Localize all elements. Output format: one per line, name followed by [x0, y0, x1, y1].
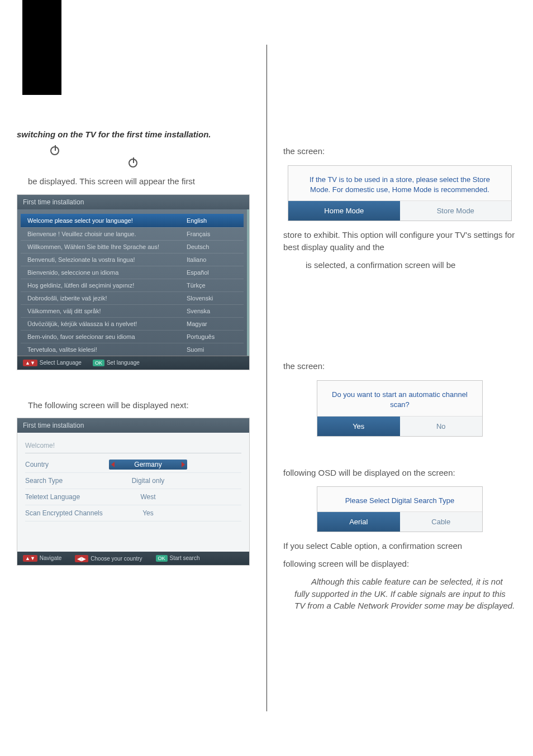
- mode-dialog-buttons: Home Mode Store Mode: [288, 200, 511, 221]
- language-prompt: Dobrodošli, izberite vaš jezik!: [27, 295, 187, 302]
- power-icon-row-1: [50, 146, 250, 157]
- footer-choose-country: ◀▶Choose your country: [75, 556, 142, 562]
- following-screen-line: The following screen will be displayed n…: [17, 399, 250, 412]
- power-icon-row-2: [129, 159, 250, 170]
- install-value: Yes: [109, 508, 187, 518]
- language-header-row[interactable]: Welcome please select your language! Eng…: [21, 214, 244, 227]
- language-name: Magyar: [187, 320, 237, 327]
- language-name: Português: [187, 333, 237, 340]
- install-panel-footer: ▲▼Navigate ◀▶Choose your country OKStart…: [17, 552, 249, 565]
- install-value: West: [109, 492, 187, 502]
- install-row-encrypted[interactable]: Scan Encrypted Channels Yes: [25, 505, 241, 521]
- yes-button[interactable]: Yes: [317, 417, 400, 436]
- install-panel-body: Welcome! Country Germany Search Type Dig…: [17, 433, 249, 552]
- updown-badge-icon: ▲▼: [23, 555, 37, 562]
- install-panel-title: First time installation: [17, 418, 249, 433]
- language-name: Español: [187, 269, 237, 276]
- language-prompt: Välkommen, välj ditt språk!: [27, 308, 187, 314]
- language-panel-footer: ▲▼Select Language OKSet language: [17, 356, 249, 370]
- confirmation-line: is selected, a confirmation screen will …: [283, 259, 516, 271]
- language-name: Svenska: [187, 308, 237, 314]
- language-name: Deutsch: [187, 243, 237, 250]
- language-name: Türkçe: [187, 282, 237, 289]
- install-value: Digital only: [109, 476, 187, 486]
- language-prompt: Willkommen, Wählen Sie bitte Ihre Sprach…: [27, 243, 187, 250]
- cable-confirm-line-1: If you select Cable option, a confirmati…: [283, 540, 516, 552]
- search-type-dialog: Please Select Digital Search Type Aerial…: [317, 486, 483, 532]
- cable-button[interactable]: Cable: [400, 512, 483, 532]
- language-name: Italiano: [187, 256, 237, 263]
- ok-badge-icon: OK: [93, 360, 104, 366]
- page-container: switching on the TV for the first time i…: [0, 0, 533, 756]
- the-screen-line-1: the screen:: [283, 145, 516, 157]
- the-screen-line-2: the screen:: [283, 360, 516, 372]
- language-row[interactable]: Willkommen, Wählen Sie bitte Ihre Sprach…: [21, 240, 244, 253]
- language-prompt: Bienvenido, seleccione un idioma: [27, 269, 187, 276]
- search-type-buttons: Aerial Cable: [317, 511, 482, 532]
- search-type-text: Please Select Digital Search Type: [317, 487, 482, 511]
- language-row[interactable]: Dobrodošli, izberite vaš jezik! Slovensk…: [21, 291, 244, 304]
- install-panel: First time installation Welcome! Country…: [17, 418, 250, 566]
- install-value-selected[interactable]: Germany: [109, 460, 187, 470]
- left-column: switching on the TV for the first time i…: [0, 0, 266, 756]
- language-header-prompt: Welcome please select your language!: [27, 217, 187, 224]
- mode-dialog: If the TV is to be used in a store, plea…: [288, 165, 512, 221]
- language-name: Français: [187, 231, 237, 237]
- install-row-teletext[interactable]: Teletext Language West: [25, 489, 241, 505]
- cable-confirm-line-2: following screen will be displayed:: [283, 558, 516, 570]
- footer-choose-label: Choose your country: [91, 556, 142, 562]
- footer-select-label: Select Language: [40, 360, 82, 366]
- mode-dialog-text: If the TV is to be used in a store, plea…: [288, 166, 511, 200]
- language-row[interactable]: Tervetuloa, valitse kielesi! Suomi: [21, 343, 244, 356]
- language-row[interactable]: Üdvözöljük, kérjük válassza ki a nyelvet…: [21, 317, 244, 330]
- language-row[interactable]: Benvenuti, Selezionate la vostra lingua!…: [21, 253, 244, 266]
- language-name: Suomi: [187, 346, 237, 353]
- language-name: Slovenski: [187, 295, 237, 302]
- language-row[interactable]: Välkommen, välj ditt språk! Svenska: [21, 304, 244, 317]
- ok-badge-icon: OK: [156, 555, 168, 562]
- displayed-line: be displayed. This screen will appear th…: [17, 175, 250, 188]
- language-prompt: Bienvenue ! Veuillez choisir une langue.: [27, 231, 187, 237]
- install-label: Scan Encrypted Channels: [25, 509, 109, 517]
- install-welcome: Welcome!: [25, 442, 241, 453]
- language-prompt: Benvenuti, Selezionate la vostra lingua!: [27, 256, 187, 263]
- install-row-country[interactable]: Country Germany: [25, 457, 241, 473]
- store-mode-button[interactable]: Store Mode: [400, 201, 512, 221]
- language-row[interactable]: Bem-vindo, favor selecionar seu idioma P…: [21, 330, 244, 343]
- install-label: Country: [25, 461, 109, 468]
- install-label: Teletext Language: [25, 493, 109, 501]
- osd-line: following OSD will be displayed on the s…: [283, 467, 516, 479]
- leftright-badge-icon: ◀▶: [75, 555, 88, 562]
- footer-navigate: ▲▼Navigate: [23, 555, 61, 562]
- language-prompt: Hoş geldiniz, lütfen dil seçimini yapını…: [27, 282, 187, 289]
- home-mode-button[interactable]: Home Mode: [288, 201, 400, 221]
- footer-select-language: ▲▼Select Language: [23, 360, 82, 366]
- language-panel: First time installation Welcome please s…: [17, 194, 250, 370]
- scan-dialog-buttons: Yes No: [317, 416, 482, 436]
- language-panel-title: First time installation: [17, 195, 249, 209]
- language-scrollbar[interactable]: [247, 209, 249, 356]
- install-label: Search Type: [25, 477, 109, 485]
- language-prompt: Bem-vindo, favor selecionar seu idioma: [27, 333, 187, 340]
- aerial-button[interactable]: Aerial: [317, 512, 400, 532]
- footer-set-label: Set language: [107, 360, 140, 366]
- scan-dialog-text: Do you want to start an automatic channe…: [317, 381, 482, 415]
- language-header-selected: English: [187, 217, 237, 224]
- scan-dialog: Do you want to start an automatic channe…: [317, 380, 483, 436]
- install-row-search-type[interactable]: Search Type Digital only: [25, 473, 241, 489]
- heading-first-time: switching on the TV for the first time i…: [17, 128, 250, 141]
- power-icon: [129, 159, 137, 168]
- language-prompt: Tervetuloa, valitse kielesi!: [27, 346, 187, 353]
- language-row[interactable]: Bienvenue ! Veuillez choisir une langue.…: [21, 227, 244, 240]
- updown-badge-icon: ▲▼: [23, 360, 37, 366]
- footer-start-search: OKStart search: [156, 555, 200, 562]
- language-prompt: Üdvözöljük, kérjük válassza ki a nyelvet…: [27, 320, 187, 327]
- language-row[interactable]: Hoş geldiniz, lütfen dil seçimini yapını…: [21, 279, 244, 291]
- cable-note-italic: Although this cable feature can be selec…: [283, 576, 516, 612]
- right-column: the screen: If the TV is to be used in a…: [266, 0, 533, 756]
- no-button[interactable]: No: [400, 417, 483, 436]
- footer-nav-label: Navigate: [40, 555, 61, 561]
- power-icon: [50, 146, 59, 155]
- language-row[interactable]: Bienvenido, seleccione un idioma Español: [21, 266, 244, 279]
- footer-set-language: OKSet language: [93, 360, 140, 366]
